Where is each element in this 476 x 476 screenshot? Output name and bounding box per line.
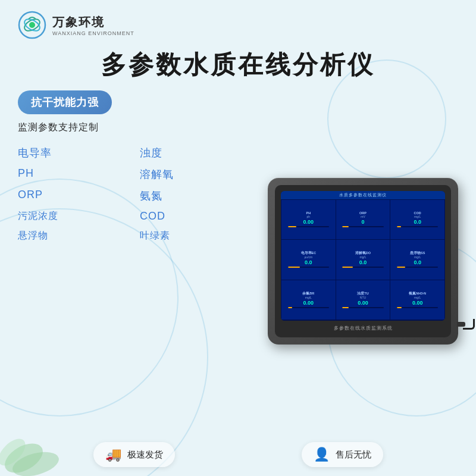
content-area: 抗干扰能力强 监测参数支持定制 电导率 浊度 PH 溶解氧 ORP 氨氮 污泥浓… bbox=[0, 90, 476, 437]
screen-cell-tu: 浊度TU NTU 0.00 bbox=[336, 280, 390, 320]
footer-item-shipping: 🚚 极速发货 bbox=[93, 442, 175, 467]
screen-cell-nh3: 氨氮NH3-N mg/L 0.00 bbox=[390, 280, 444, 320]
logo-text: 万象环境 WANXIANG ENVIRONMENT bbox=[52, 14, 134, 36]
param-ec: 电导率 bbox=[18, 144, 128, 162]
anti-interference-badge: 抗干扰能力强 bbox=[18, 90, 112, 114]
main-title: 多参数水质在线分析仪 bbox=[12, 48, 464, 82]
screen-cell-orp: ORP mV 0 bbox=[336, 200, 390, 240]
main-container: 万象环境 WANXIANG ENVIRONMENT 多参数水质在线分析仪 抗干扰… bbox=[0, 0, 476, 476]
screen-title: 水质多参数在线监测仪 bbox=[281, 191, 445, 199]
device-screen: 水质多参数在线监测仪 PH ph 0.00 ORP mV bbox=[281, 191, 445, 321]
truck-icon: 🚚 bbox=[105, 447, 121, 462]
screen-cell-cod: COD mg/L 0.0 bbox=[390, 200, 444, 240]
param-orp: ORP bbox=[18, 187, 128, 205]
param-grid: 电导率 浊度 PH 溶解氧 ORP 氨氮 污泥浓度 COD 悬浮物 叶绿素 bbox=[18, 144, 250, 244]
support-label: 售后无忧 bbox=[336, 449, 371, 461]
screen-cell-br: 余氯BR mg/L 0.00 bbox=[281, 280, 336, 320]
header: 万象环境 WANXIANG ENVIRONMENT bbox=[0, 0, 476, 42]
subtitle-text: 监测参数支持定制 bbox=[18, 120, 250, 135]
screen-grid: PH ph 0.00 ORP mV 0 bbox=[281, 199, 445, 321]
logo-icon bbox=[18, 11, 46, 39]
param-cod: COD bbox=[140, 208, 250, 224]
param-suspended: 悬浮物 bbox=[18, 228, 128, 244]
support-icon: 👤 bbox=[314, 447, 330, 462]
device-inner: 水质多参数在线监测仪 PH ph 0.00 ORP mV bbox=[275, 185, 451, 337]
param-nh3: 氨氮 bbox=[140, 187, 250, 205]
param-ph: PH bbox=[18, 165, 128, 183]
screen-cell-do: 溶解氧DO mg/L 0.0 bbox=[336, 240, 390, 280]
title-section: 多参数水质在线分析仪 bbox=[0, 42, 476, 90]
brand-name-cn: 万象环境 bbox=[52, 14, 134, 30]
screen-cell-ph: PH ph 0.00 bbox=[281, 200, 336, 240]
param-turbidity: 浊度 bbox=[140, 144, 250, 162]
param-do: 溶解氧 bbox=[140, 165, 250, 183]
footer-item-support: 👤 售后无忧 bbox=[302, 442, 383, 467]
shipping-label: 极速发货 bbox=[127, 449, 163, 461]
right-panel: 水质多参数在线监测仪 PH ph 0.00 ORP mV bbox=[262, 90, 464, 431]
footer: 🚚 极速发货 👤 售后无忧 bbox=[0, 437, 476, 476]
screen-cell-ec: 电导率EC μu/cm 0.0 bbox=[281, 240, 336, 280]
connector-cable bbox=[463, 319, 475, 330]
device-body: 水质多参数在线监测仪 PH ph 0.00 ORP mV bbox=[268, 178, 458, 345]
screen-cell-ss: 悬浮物SS mg/L 0.0 bbox=[390, 240, 444, 280]
brand-name-en: WANXIANG ENVIRONMENT bbox=[52, 30, 134, 36]
left-panel: 抗干扰能力强 监测参数支持定制 电导率 浊度 PH 溶解氧 ORP 氨氮 污泥浓… bbox=[18, 90, 250, 431]
svg-point-6 bbox=[29, 22, 35, 28]
param-chlorophyll: 叶绿素 bbox=[140, 228, 250, 244]
param-ss: 污泥浓度 bbox=[18, 208, 128, 224]
device-label: 多参数在线水质监测系统 bbox=[281, 323, 445, 331]
